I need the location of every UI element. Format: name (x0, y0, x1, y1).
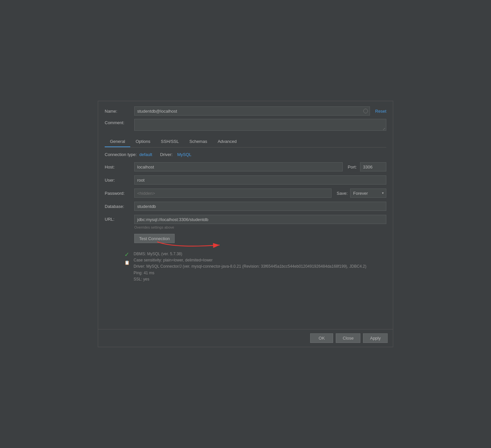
host-label: Host: (105, 165, 134, 169)
test-connection-button[interactable]: Test Connection (134, 234, 175, 243)
result-case-sensitivity: Case sensitivity: plain=lower, delimited… (134, 257, 386, 263)
port-input[interactable] (360, 162, 386, 171)
name-row: Name: Reset (105, 106, 386, 116)
url-label: URL: (105, 215, 134, 222)
save-label: Save: (337, 191, 348, 196)
test-connection-area: Test Connection (134, 234, 175, 246)
circle-icon (363, 109, 368, 113)
tab-general[interactable]: General (105, 136, 130, 147)
success-check-icon: ✓ (124, 251, 130, 258)
expand-icon[interactable]: ⤢ (383, 127, 385, 131)
tab-advanced[interactable]: Advanced (212, 136, 242, 147)
result-ssl: SSL: yes (134, 276, 386, 282)
name-label: Name: (105, 109, 134, 114)
user-row: User: (105, 175, 386, 185)
user-label: User: (105, 178, 134, 183)
reset-button[interactable]: Reset (370, 109, 386, 114)
database-row: Database: (105, 202, 386, 211)
name-input[interactable] (134, 106, 370, 116)
connection-type-row: Connection type: default Driver: MySQL (105, 152, 386, 157)
save-select-wrap: Forever For session Never (350, 189, 386, 198)
dialog-body: Name: Reset Comment: ⤢ General Options S… (98, 101, 393, 329)
driver-value[interactable]: MySQL (177, 152, 191, 157)
comment-row: Comment: ⤢ (105, 119, 386, 132)
ok-button[interactable]: OK (310, 333, 333, 343)
user-input[interactable] (134, 175, 386, 185)
tab-schemas[interactable]: Schemas (184, 136, 212, 147)
tabs: General Options SSH/SSL Schemas Advanced (105, 136, 386, 147)
dialog-footer: OK Close Apply (98, 329, 393, 347)
apply-button[interactable]: Apply (363, 333, 388, 343)
password-row: Password: Save: Forever For session Neve… (105, 189, 386, 198)
close-button[interactable]: Close (336, 333, 360, 343)
comment-label: Comment: (105, 119, 134, 125)
result-section: ✓ 📋 DBMS: MySQL (ver. 5.7.38) Case sensi… (124, 251, 386, 282)
host-row: Host: Port: (105, 162, 386, 171)
name-input-wrap (134, 106, 370, 116)
tab-ssh-ssl[interactable]: SSH/SSL (156, 136, 184, 147)
connection-dialog: Name: Reset Comment: ⤢ General Options S… (98, 101, 393, 347)
password-label: Password: (105, 191, 134, 196)
port-label: Port: (348, 165, 357, 169)
password-input[interactable] (134, 189, 331, 198)
driver-label: Driver: (160, 152, 173, 157)
result-dbms: DBMS: MySQL (ver. 5.7.38) (134, 251, 386, 257)
tab-options[interactable]: Options (130, 136, 156, 147)
result-ping: Ping: 41 ms (134, 270, 386, 276)
result-driver: Driver: MySQL Connector/J (ver. mysql-co… (134, 263, 386, 270)
save-select[interactable]: Forever For session Never (350, 189, 386, 198)
conn-type-label: Connection type: (105, 152, 137, 157)
database-input[interactable] (134, 202, 386, 211)
url-input[interactable] (134, 215, 386, 224)
host-input[interactable] (134, 162, 343, 171)
url-row: URL: (105, 215, 386, 224)
url-hint: Overrides settings above (134, 225, 386, 229)
comment-textarea[interactable] (134, 119, 386, 131)
result-icons: ✓ 📋 (124, 251, 130, 265)
conn-type-value[interactable]: default (139, 152, 152, 157)
comment-textarea-wrap: ⤢ (134, 119, 386, 132)
database-label: Database: (105, 204, 134, 209)
copy-icon[interactable]: 📋 (124, 260, 130, 265)
result-text: DBMS: MySQL (ver. 5.7.38) Case sensitivi… (134, 251, 386, 282)
